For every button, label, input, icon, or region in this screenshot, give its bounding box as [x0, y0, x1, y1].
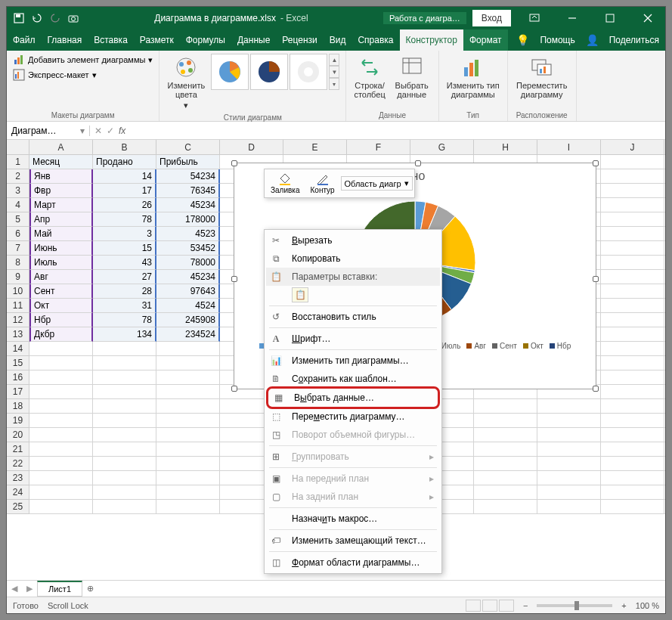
cell[interactable]: [156, 500, 220, 514]
tab-help-right[interactable]: Помощь: [534, 29, 581, 51]
cell[interactable]: 28: [93, 284, 156, 299]
cell[interactable]: 97643: [156, 284, 220, 299]
cell[interactable]: [474, 457, 537, 471]
tab-file[interactable]: Файл: [7, 29, 42, 51]
tab-formulas[interactable]: Формулы: [180, 29, 231, 51]
col-header[interactable]: I: [537, 140, 601, 155]
cell[interactable]: Июнь: [29, 241, 93, 256]
col-header[interactable]: H: [474, 140, 537, 155]
switch-rowcol-button[interactable]: Строка/ столбец: [352, 54, 386, 101]
cell[interactable]: [93, 428, 156, 442]
cell[interactable]: [664, 198, 665, 212]
cell[interactable]: Нбр: [29, 313, 93, 327]
row-header[interactable]: 9: [7, 270, 29, 284]
legend-item[interactable]: Окт: [523, 342, 543, 350]
cell[interactable]: [601, 313, 664, 327]
zoom-in-icon[interactable]: +: [621, 601, 626, 610]
cell[interactable]: [664, 471, 665, 485]
sheet-next-icon[interactable]: ▶: [22, 584, 37, 594]
cell[interactable]: [664, 485, 665, 500]
zoom-out-icon[interactable]: −: [523, 601, 528, 610]
gallery-down-icon[interactable]: ▼: [329, 66, 339, 78]
cell[interactable]: [664, 342, 665, 356]
cell[interactable]: 78: [93, 313, 156, 327]
cell[interactable]: 134: [93, 327, 156, 342]
view-normal-icon[interactable]: [466, 600, 481, 612]
close-icon[interactable]: [630, 7, 665, 29]
cell[interactable]: [601, 270, 664, 284]
cell[interactable]: [601, 169, 664, 184]
row-header[interactable]: 23: [7, 471, 29, 485]
cell[interactable]: 14: [93, 169, 156, 184]
cell[interactable]: Дкбр: [29, 327, 93, 342]
sheet-prev-icon[interactable]: ◀: [7, 584, 22, 594]
cell[interactable]: [93, 471, 156, 485]
cell[interactable]: [664, 428, 665, 442]
cell[interactable]: [156, 356, 220, 370]
cell[interactable]: [156, 457, 220, 471]
cell[interactable]: [601, 299, 664, 313]
cell[interactable]: [29, 342, 93, 356]
cell[interactable]: 53452: [156, 241, 220, 256]
cell[interactable]: [29, 428, 93, 442]
sheet-tab-1[interactable]: Лист1: [37, 581, 82, 597]
cell[interactable]: [664, 212, 665, 227]
select-data-button[interactable]: Выбрать данные: [392, 54, 432, 101]
cell[interactable]: [537, 399, 601, 414]
confirm-icon[interactable]: ✓: [107, 126, 114, 136]
tell-me-icon[interactable]: 💡: [512, 29, 534, 51]
cell[interactable]: [601, 370, 664, 385]
col-header[interactable]: A: [29, 140, 93, 155]
tab-help[interactable]: Справка: [351, 29, 399, 51]
cell[interactable]: [664, 442, 665, 457]
col-header[interactable]: K: [664, 140, 665, 155]
row-header[interactable]: 22: [7, 457, 29, 471]
row-header[interactable]: 25: [7, 500, 29, 514]
cell[interactable]: Март: [29, 198, 93, 212]
view-layout-icon[interactable]: [482, 600, 497, 612]
cell[interactable]: 17: [93, 184, 156, 198]
ribbon-options-icon[interactable]: [517, 7, 552, 29]
cell[interactable]: [474, 414, 537, 428]
cell[interactable]: Июль: [29, 256, 93, 270]
tab-data[interactable]: Данные: [231, 29, 276, 51]
cell[interactable]: [601, 414, 664, 428]
cell[interactable]: [664, 155, 665, 169]
zoom-level[interactable]: 100 %: [636, 601, 659, 610]
cell[interactable]: [664, 184, 665, 198]
row-header[interactable]: 11: [7, 299, 29, 313]
cell[interactable]: [601, 399, 664, 414]
fill-button[interactable]: Заливка: [266, 171, 305, 196]
cancel-icon[interactable]: ✕: [94, 126, 102, 136]
cell[interactable]: [93, 385, 156, 399]
cell[interactable]: [537, 500, 601, 514]
cell[interactable]: [156, 399, 220, 414]
chart-styles-gallery[interactable]: ▲ ▼ ▾: [211, 54, 339, 90]
tab-home[interactable]: Главная: [42, 29, 88, 51]
cm-change-type[interactable]: 📊Изменить тип диаграммы…: [266, 352, 440, 370]
cell[interactable]: [474, 428, 537, 442]
cell[interactable]: Май: [29, 227, 93, 241]
cell[interactable]: [156, 342, 220, 356]
row-header[interactable]: 10: [7, 284, 29, 299]
change-type-button[interactable]: Изменить тип диаграммы: [445, 54, 501, 101]
camera-icon[interactable]: [67, 12, 79, 24]
cm-font[interactable]: AШрифт…: [266, 330, 440, 348]
cell[interactable]: [601, 356, 664, 370]
cell[interactable]: [537, 428, 601, 442]
cell[interactable]: Месяц: [29, 155, 93, 169]
col-header[interactable]: D: [220, 140, 283, 155]
cm-macro[interactable]: Назначить макрос…: [266, 510, 440, 528]
cell[interactable]: 178000: [156, 212, 220, 227]
express-layout-button[interactable]: Экспресс-макет ▾: [13, 69, 153, 81]
view-break-icon[interactable]: [499, 600, 514, 612]
cell[interactable]: [29, 442, 93, 457]
cell[interactable]: [601, 485, 664, 500]
cell[interactable]: [601, 457, 664, 471]
redo-icon[interactable]: [49, 12, 61, 24]
move-chart-button[interactable]: Переместить диаграмму: [514, 54, 570, 101]
cell[interactable]: [29, 485, 93, 500]
cell[interactable]: [601, 471, 664, 485]
cell[interactable]: Сент: [29, 284, 93, 299]
row-header[interactable]: 7: [7, 241, 29, 256]
